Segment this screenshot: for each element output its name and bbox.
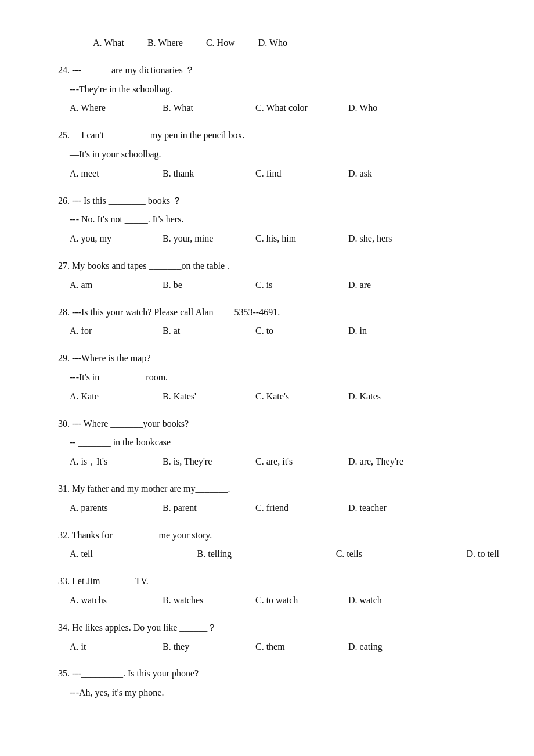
q25-options: A. meet B. thank C. find D. ask bbox=[70, 165, 488, 182]
question-34: 34. He likes apples. Do you like ______？… bbox=[58, 620, 488, 656]
q34-opt-a: A. it bbox=[70, 639, 145, 656]
q25-dialog1: —I can't _________ my pen in the pencil … bbox=[72, 130, 245, 140]
q30-dialog1: --- Where _______your books? bbox=[72, 419, 189, 429]
q29-dialog2: ---It's in _________ room. bbox=[70, 369, 488, 386]
question-35: 35. ---_________. Is this your phone? --… bbox=[58, 665, 488, 701]
q27-opt-b: B. be bbox=[163, 277, 238, 294]
q32-options: A. tell B. telling C. tells D. to tell bbox=[70, 546, 499, 563]
q32-opt-b: B. telling bbox=[197, 546, 232, 563]
q31-num: 31. bbox=[58, 484, 72, 494]
q34-opt-c: C. them bbox=[255, 639, 331, 656]
q26-dialog1: --- Is this ________ books ？ bbox=[72, 196, 182, 206]
q29-line1: 29. ---Where is the map? bbox=[58, 350, 488, 367]
question-32: 32. Thanks for _________ me your story. … bbox=[58, 527, 488, 563]
q28-opt-c: C. to bbox=[255, 323, 331, 340]
q25-opt-c: C. find bbox=[255, 165, 331, 182]
q29-opt-c: C. Kate's bbox=[255, 388, 331, 405]
q33-num: 33. bbox=[58, 576, 72, 586]
question-26: 26. --- Is this ________ books ？ --- No.… bbox=[58, 193, 488, 247]
q29-opt-a: A. Kate bbox=[70, 388, 145, 405]
q29-dialog1: ---Where is the map? bbox=[72, 353, 150, 363]
q28-line1: 28. ---Is this your watch? Please call A… bbox=[58, 304, 488, 321]
q27-line1: 27. My books and tapes _______on the tab… bbox=[58, 258, 488, 275]
q30-dialog2: -- _______ in the bookcase bbox=[70, 434, 488, 451]
q28-opt-b: B. at bbox=[163, 323, 238, 340]
q28-num: 28. bbox=[58, 307, 72, 317]
q24-opt-c: C. What color bbox=[255, 100, 331, 117]
question-25: 25. —I can't _________ my pen in the pen… bbox=[58, 127, 488, 182]
q29-opt-d: D. Kates bbox=[348, 388, 424, 405]
q34-options: A. it B. they C. them D. eating bbox=[70, 639, 488, 656]
q29-options: A. Kate B. Kates' C. Kate's D. Kates bbox=[70, 388, 488, 405]
q29-num: 29. bbox=[58, 353, 72, 363]
q34-text: He likes apples. Do you like ______？ bbox=[72, 622, 217, 632]
q30-opt-d: D. are, They're bbox=[348, 453, 424, 470]
q32-opt-a: A. tell bbox=[70, 546, 93, 563]
q26-opt-c: C. his, him bbox=[255, 231, 331, 247]
q34-opt-b: B. they bbox=[163, 639, 238, 656]
question-24: 24. --- ______are my dictionaries ？ ---T… bbox=[58, 62, 488, 117]
q35-num: 35. bbox=[58, 668, 72, 678]
q28-opt-a: A. for bbox=[70, 323, 145, 340]
q24-dialog1: --- ______are my dictionaries ？ bbox=[72, 65, 194, 75]
q33-opt-b: B. watches bbox=[163, 592, 238, 609]
q34-line1: 34. He likes apples. Do you like ______？ bbox=[58, 620, 488, 636]
q28-opt-d: D. in bbox=[348, 323, 424, 340]
q27-text: My books and tapes _______on the table . bbox=[72, 261, 229, 271]
q30-line1: 30. --- Where _______your books? bbox=[58, 416, 488, 433]
q24-dialog2: ---They're in the schoolbag. bbox=[70, 81, 488, 98]
opt-d: D. Who bbox=[258, 35, 287, 52]
opt-c: C. How bbox=[206, 35, 235, 52]
q25-num: 25. bbox=[58, 130, 72, 140]
q33-opt-c: C. to watch bbox=[255, 592, 331, 609]
q34-num: 34. bbox=[58, 622, 72, 632]
q33-line1: 33. Let Jim _______TV. bbox=[58, 573, 488, 590]
q26-options: A. you, my B. your, mine C. his, him D. … bbox=[70, 231, 488, 247]
q30-num: 30. bbox=[58, 419, 72, 429]
q34-opt-d: D. eating bbox=[348, 639, 424, 656]
q31-line1: 31. My father and my mother are my______… bbox=[58, 481, 488, 498]
q30-opt-a: A. is，It's bbox=[70, 453, 145, 470]
q26-dialog2: --- No. It's not _____. It's hers. bbox=[70, 211, 488, 228]
top-options-line: A. What B. Where C. How D. Who bbox=[93, 35, 488, 52]
q28-options: A. for B. at C. to D. in bbox=[70, 323, 488, 340]
q31-text: My father and my mother are my_______. bbox=[72, 484, 230, 494]
q24-opt-b: B. What bbox=[163, 100, 238, 117]
q25-opt-b: B. thank bbox=[163, 165, 238, 182]
q28-text: ---Is this your watch? Please call Alan_… bbox=[72, 307, 280, 317]
q32-line1: 32. Thanks for _________ me your story. bbox=[58, 527, 488, 544]
q30-opt-c: C. are, it's bbox=[255, 453, 331, 470]
q31-opt-d: D. teacher bbox=[348, 500, 424, 517]
q25-dialog2: —It's in your schoolbag. bbox=[70, 146, 488, 163]
q35-dialog1: ---_________. Is this your phone? bbox=[72, 668, 199, 678]
q27-opt-c: C. is bbox=[255, 277, 331, 294]
q29-opt-b: B. Kates' bbox=[163, 388, 238, 405]
question-31: 31. My father and my mother are my______… bbox=[58, 481, 488, 517]
q35-dialog2: ---Ah, yes, it's my phone. bbox=[70, 685, 488, 701]
q26-opt-d: D. she, hers bbox=[348, 231, 424, 247]
q24-opt-d: D. Who bbox=[348, 100, 424, 117]
q32-opt-d: D. to tell bbox=[467, 546, 499, 563]
q30-opt-b: B. is, They're bbox=[163, 453, 238, 470]
q25-opt-d: D. ask bbox=[348, 165, 424, 182]
q32-num: 32. bbox=[58, 530, 72, 540]
q26-line1: 26. --- Is this ________ books ？ bbox=[58, 193, 488, 210]
q35-line1: 35. ---_________. Is this your phone? bbox=[58, 665, 488, 682]
q31-opt-c: C. friend bbox=[255, 500, 331, 517]
q24-line1: 24. --- ______are my dictionaries ？ bbox=[58, 62, 488, 79]
q32-text: Thanks for _________ me your story. bbox=[72, 530, 212, 540]
q27-opt-d: D. are bbox=[348, 277, 424, 294]
q33-text: Let Jim _______TV. bbox=[72, 576, 149, 586]
q31-opt-a: A. parents bbox=[70, 500, 145, 517]
q24-opt-a: A. Where bbox=[70, 100, 145, 117]
q26-opt-a: A. you, my bbox=[70, 231, 145, 247]
q26-opt-b: B. your, mine bbox=[163, 231, 238, 247]
q32-opt-c: C. tells bbox=[336, 546, 362, 563]
opt-b: B. Where bbox=[147, 35, 183, 52]
q33-opt-a: A. watchs bbox=[70, 592, 145, 609]
q33-opt-d: D. watch bbox=[348, 592, 424, 609]
q25-opt-a: A. meet bbox=[70, 165, 145, 182]
question-33: 33. Let Jim _______TV. A. watchs B. watc… bbox=[58, 573, 488, 609]
q25-line1: 25. —I can't _________ my pen in the pen… bbox=[58, 127, 488, 144]
q31-options: A. parents B. parent C. friend D. teache… bbox=[70, 500, 488, 517]
